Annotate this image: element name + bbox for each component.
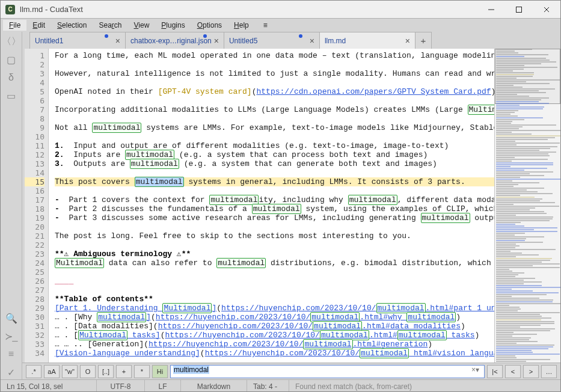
tab-llm-md[interactable]: llm.md× — [319, 32, 415, 49]
dirty-indicator — [105, 34, 108, 38]
menu-plugins[interactable]: Plugins — [155, 20, 191, 31]
find-input[interactable]: multimodal×▾ — [170, 365, 485, 378]
close-icon[interactable]: × — [115, 36, 120, 46]
code-editor[interactable]: For a long time, each ML model operated … — [49, 49, 494, 363]
menu-bar: File Edit Selection Search View Plugins … — [1, 19, 560, 32]
find-insel-toggle[interactable]: [..] — [98, 365, 114, 378]
status-position[interactable]: Ln 15, Col 18, sel — [1, 380, 97, 392]
minimize-button[interactable] — [477, 1, 505, 19]
find-word-toggle[interactable]: "w" — [62, 365, 78, 378]
validate-icon[interactable]: ✓ — [4, 365, 19, 379]
close-button[interactable] — [533, 1, 560, 19]
svg-rect-1 — [517, 7, 522, 13]
find-bar: .* aA "w" O [..] + * Hi multimodal×▾ |< … — [22, 363, 560, 379]
menu-options[interactable]: Options — [191, 20, 228, 31]
tab-chatbox-json[interactable]: chatbox-exp…riginal.json× — [125, 32, 224, 49]
code-tree-icon[interactable]: 〈〉 — [4, 34, 19, 49]
tab-untitled1[interactable]: Untitled1× — [29, 32, 126, 49]
menu-more-icon[interactable]: ≡ — [257, 20, 274, 31]
menu-search[interactable]: Search — [93, 20, 127, 31]
find-more-button[interactable]: … — [541, 365, 557, 378]
maximize-button[interactable] — [505, 1, 533, 19]
status-eol[interactable]: LF — [145, 380, 181, 392]
tab-bar: Untitled1× chatbox-exp…riginal.json× Unt… — [22, 32, 560, 49]
menu-view[interactable]: View — [128, 20, 156, 31]
sidebar: 〈〉 ▢ δ ▭ 🔍 ≻_ ≡ ✓ — [1, 32, 22, 379]
status-tab[interactable]: Tab: 4 - — [247, 380, 289, 392]
menu-selection[interactable]: Selection — [51, 20, 93, 31]
tabs-icon[interactable]: ▭ — [4, 88, 19, 103]
project-icon[interactable]: ▢ — [4, 52, 19, 67]
find-first-button[interactable]: |< — [487, 365, 503, 378]
find-prev-button[interactable]: < — [505, 365, 521, 378]
add-tab-button[interactable]: + — [415, 32, 432, 49]
menu-file[interactable]: File — [3, 20, 26, 31]
find-wrap-toggle[interactable]: O — [80, 365, 96, 378]
status-message: Found next match (back, from-caret) — [289, 382, 560, 391]
console-icon[interactable]: ≻_ — [4, 329, 19, 343]
find-next-button[interactable]: > — [523, 365, 539, 378]
find-token-toggle[interactable]: * — [134, 365, 150, 378]
dirty-indicator — [299, 34, 302, 38]
status-bar: Ln 15, Col 18, sel UTF-8 LF Markdown Tab… — [1, 379, 560, 392]
close-icon[interactable]: × — [405, 36, 410, 46]
search-icon[interactable]: 🔍 — [4, 311, 19, 325]
find-highlight-toggle[interactable]: Hi — [152, 365, 168, 378]
minimap[interactable] — [494, 49, 560, 363]
find-regex-toggle[interactable]: .* — [26, 365, 41, 378]
bookmark-icon[interactable]: δ — [4, 70, 19, 85]
close-icon[interactable]: × — [310, 36, 314, 46]
title-bar: C llm.md - CudaText — [1, 1, 560, 19]
output-icon[interactable]: ≡ — [4, 347, 19, 361]
dirty-indicator — [203, 34, 207, 38]
status-lexer[interactable]: Markdown — [181, 380, 247, 392]
clear-icon[interactable]: ×▾ — [469, 366, 482, 374]
window-title: llm.md - CudaText — [20, 5, 83, 14]
close-icon[interactable]: × — [214, 36, 219, 46]
tab-untitled5[interactable]: Untitled5× — [224, 32, 320, 49]
menu-edit[interactable]: Edit — [26, 20, 51, 31]
menu-help[interactable]: Help — [228, 20, 255, 31]
line-number-gutter[interactable]: 1234567891011121314151617181920212223242… — [25, 49, 49, 363]
find-multiline-toggle[interactable]: + — [116, 365, 132, 378]
find-case-toggle[interactable]: aA — [44, 365, 60, 378]
status-encoding[interactable]: UTF-8 — [97, 380, 145, 392]
app-icon: C — [5, 5, 15, 14]
